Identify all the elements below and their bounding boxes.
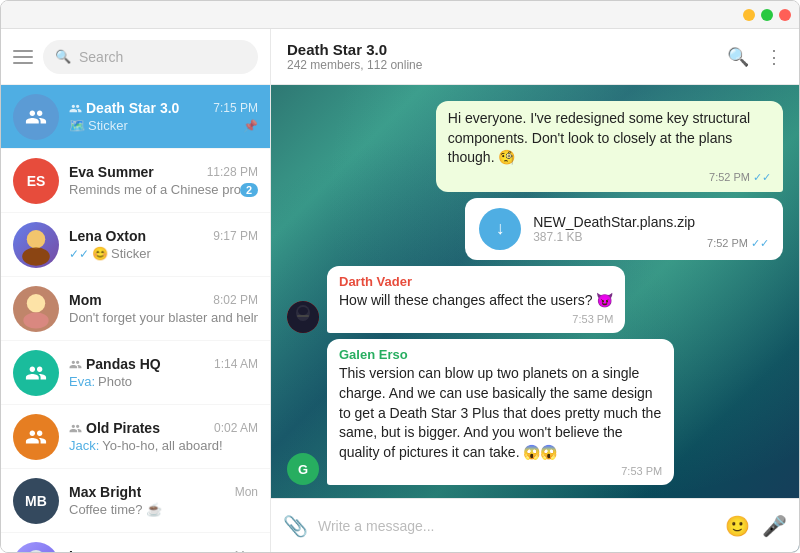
file-info: NEW_DeathStar.plans.zip 387.1 KB <box>533 214 695 244</box>
file-bubble: ↓ NEW_DeathStar.plans.zip 387.1 KB 7:52 … <box>465 198 783 260</box>
file-size: 387.1 KB <box>533 230 695 244</box>
chat-time: 1:14 AM <box>214 357 258 371</box>
avatar <box>13 286 59 332</box>
minimize-button[interactable] <box>743 9 755 21</box>
chat-name: Lena Oxton <box>69 228 146 244</box>
avatar <box>13 222 59 268</box>
unread-badge: 2 <box>240 183 258 197</box>
message-time: 7:53 PM <box>339 465 662 477</box>
chat-header-info: Death Star 3.0 242 members, 112 online <box>287 41 717 72</box>
svg-point-4 <box>23 312 48 328</box>
svg-point-3 <box>27 294 45 312</box>
chat-input-area: 📎 🙂 🎤 <box>271 498 799 552</box>
chat-item-lena-oxton[interactable]: Lena Oxton 9:17 PM ✓✓ 😊 Sticker <box>1 213 270 277</box>
maximize-button[interactable] <box>761 9 773 21</box>
messages-area: Hi everyone. I've redesigned some key st… <box>271 85 799 498</box>
sticker-image <box>593 491 783 498</box>
file-message-row: ↓ NEW_DeathStar.plans.zip 387.1 KB 7:52 … <box>287 198 783 260</box>
message-time: 7:53 PM <box>339 313 613 325</box>
message-row: Hi everyone. I've redesigned some key st… <box>287 101 783 192</box>
avatar <box>13 414 59 460</box>
chat-content: Max Bright Mon Coffee time? ☕ <box>69 484 258 517</box>
message-time: 7:52 PM ✓✓ <box>707 237 769 250</box>
input-icons: 🙂 🎤 <box>725 514 787 538</box>
chat-content: Lena Oxton 9:17 PM ✓✓ 😊 Sticker <box>69 228 258 261</box>
avatar: ES <box>13 158 59 204</box>
chat-preview: Jack: Yo-ho-ho, all aboard! <box>69 438 258 453</box>
sticker-row: G <box>287 491 783 498</box>
chat-name: Max Bright <box>69 484 141 500</box>
chat-content: Eva Summer 11:28 PM Reminds me of a Chin… <box>69 164 258 197</box>
chat-name: Lee <box>69 548 93 552</box>
chat-name: Eva Summer <box>69 164 154 180</box>
chat-preview: Eva: Photo <box>69 374 258 389</box>
chat-preview: ✓✓ 😊 Sticker <box>69 246 258 261</box>
file-name: NEW_DeathStar.plans.zip <box>533 214 695 230</box>
chat-name: Old Pirates <box>69 420 160 436</box>
search-header-icon[interactable]: 🔍 <box>727 46 749 68</box>
chat-content: Death Star 3.0 7:15 PM 🗺️ Sticker 📌 <box>69 100 258 133</box>
emoji-icon[interactable]: 🙂 <box>725 514 750 538</box>
sender-avatar: G <box>287 453 319 485</box>
svg-point-5 <box>27 550 45 552</box>
chat-area: Death Star 3.0 242 members, 112 online 🔍… <box>271 29 799 552</box>
chat-header-name: Death Star 3.0 <box>287 41 717 58</box>
file-download-button[interactable]: ↓ <box>479 208 521 250</box>
svg-point-2 <box>27 230 45 248</box>
title-bar <box>1 1 799 29</box>
chat-header: Death Star 3.0 242 members, 112 online 🔍… <box>271 29 799 85</box>
chat-preview: 🗺️ Sticker <box>69 118 243 133</box>
avatar <box>13 94 59 140</box>
chat-time: 0:02 AM <box>214 421 258 435</box>
chat-item-death-star[interactable]: Death Star 3.0 7:15 PM 🗺️ Sticker 📌 <box>1 85 270 149</box>
chat-item-eva-summer[interactable]: ES Eva Summer 11:28 PM Reminds me of a C… <box>1 149 270 213</box>
chat-name: Death Star 3.0 <box>69 100 179 116</box>
microphone-icon[interactable]: 🎤 <box>762 514 787 538</box>
sidebar-header: 🔍 <box>1 29 270 85</box>
chat-content: Old Pirates 0:02 AM Jack: Yo-ho-ho, all … <box>69 420 258 453</box>
avatar <box>13 350 59 396</box>
chat-time: 8:02 PM <box>213 293 258 307</box>
sender-name: Darth Vader <box>339 274 613 289</box>
message-text: Hi everyone. I've redesigned some key st… <box>448 109 771 168</box>
chat-item-lee[interactable]: Lee Mon We can call it Galaxy Star 7 ;) <box>1 533 270 552</box>
chat-content: Pandas HQ 1:14 AM Eva: Photo <box>69 356 258 389</box>
search-icon: 🔍 <box>55 49 71 64</box>
chat-preview: Reminds me of a Chinese prove... <box>69 182 240 197</box>
svg-point-1 <box>22 247 50 265</box>
chat-item-old-pirates[interactable]: Old Pirates 0:02 AM Jack: Yo-ho-ho, all … <box>1 405 270 469</box>
chat-name: Mom <box>69 292 102 308</box>
message-row: Darth Vader How will these changes affec… <box>287 266 783 334</box>
search-box[interactable]: 🔍 <box>43 40 258 74</box>
chat-content: Mom 8:02 PM Don't forget your blaster an… <box>69 292 258 325</box>
chat-time: 9:17 PM <box>213 229 258 243</box>
chat-preview: Coffee time? ☕ <box>69 502 258 517</box>
chat-header-icons: 🔍 ⋮ <box>727 46 783 68</box>
close-button[interactable] <box>779 9 791 21</box>
pin-icon: 📌 <box>243 119 258 133</box>
more-options-icon[interactable]: ⋮ <box>765 46 783 68</box>
message-input[interactable] <box>318 518 715 534</box>
message-bubble: Darth Vader How will these changes affec… <box>327 266 625 334</box>
chat-item-max-bright[interactable]: MB Max Bright Mon Coffee time? ☕ <box>1 469 270 533</box>
chat-content: Lee Mon We can call it Galaxy Star 7 ;) <box>69 548 258 552</box>
sticker-message: G <box>593 491 783 498</box>
search-input[interactable] <box>79 49 246 65</box>
chat-item-mom[interactable]: Mom 8:02 PM Don't forget your blaster an… <box>1 277 270 341</box>
app-body: 🔍 Death Star 3.0 7:15 PM <box>1 29 799 552</box>
chat-time: 7:15 PM <box>213 101 258 115</box>
sidebar: 🔍 Death Star 3.0 7:15 PM <box>1 29 271 552</box>
message-text: This version can blow up two planets on … <box>339 364 662 462</box>
chat-list: Death Star 3.0 7:15 PM 🗺️ Sticker 📌 ES E… <box>1 85 270 552</box>
avatar <box>13 542 59 553</box>
chat-time: Mon <box>235 485 258 499</box>
attach-icon[interactable]: 📎 <box>283 514 308 538</box>
chat-item-pandas-hq[interactable]: Pandas HQ 1:14 AM Eva: Photo <box>1 341 270 405</box>
svg-point-11 <box>298 307 308 315</box>
menu-button[interactable] <box>13 50 33 64</box>
message-bubble: Galen Erso This version can blow up two … <box>327 339 674 485</box>
sender-name: Galen Erso <box>339 347 662 362</box>
chat-time: 11:28 PM <box>207 165 258 179</box>
chat-name: Pandas HQ <box>69 356 161 372</box>
message-row: G Galen Erso This version can blow up tw… <box>287 339 783 485</box>
